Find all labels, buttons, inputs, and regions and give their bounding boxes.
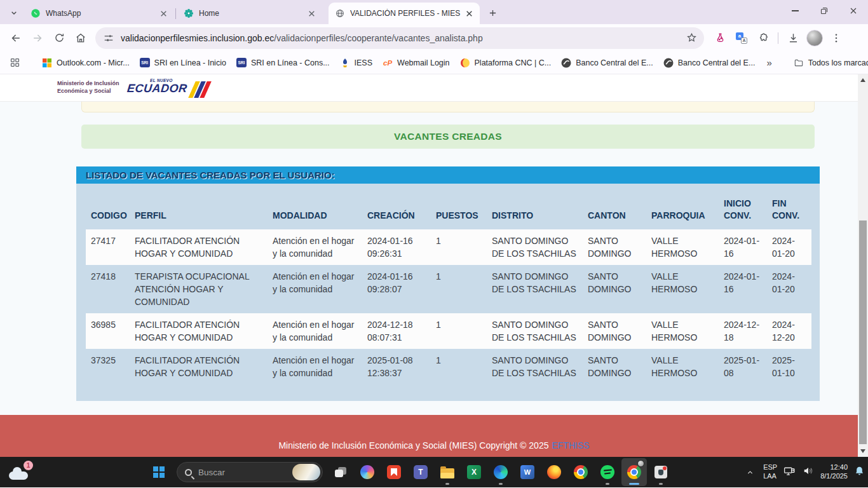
window-restore-button[interactable]	[810, 0, 839, 22]
volume-button[interactable]	[802, 464, 815, 480]
cell-parroquia: VALLE HERMOSO	[651, 313, 724, 349]
pdf-app-icon	[387, 465, 401, 479]
windows-start-icon	[153, 466, 165, 478]
chrome-profile-button-active[interactable]	[621, 458, 647, 486]
windows-taskbar: 1 Buscar T X W	[0, 457, 868, 487]
cell-distrito: SANTO DOMINGO DE LOS TSACHILAS	[492, 265, 588, 313]
efthiss-link[interactable]: EFTHISS	[552, 440, 589, 451]
cell-puestos: 1	[436, 349, 492, 384]
new-tab-button[interactable]	[484, 4, 501, 22]
scrollbar-down-icon[interactable]	[860, 449, 865, 453]
extensions-button[interactable]	[754, 29, 773, 48]
excel-icon: X	[467, 465, 481, 479]
scrollbar-thumb[interactable]	[859, 220, 867, 444]
bookmark-banco-central-1[interactable]: Banco Central del E...	[561, 58, 653, 68]
plus-icon	[487, 8, 498, 18]
network-button[interactable]	[783, 464, 796, 480]
notifications-button[interactable]	[853, 465, 865, 480]
cell-modalidad: Atención en el hogar y la comunidad	[273, 349, 367, 384]
tab-title: Home	[199, 9, 306, 18]
tab-validacion-perfiles[interactable]: VALIDACIÓN PERFILES - MIES	[329, 3, 480, 24]
cell-codigo: 36985	[86, 313, 135, 349]
cloud-icon	[9, 471, 28, 480]
table-row: 27418 TERAPISTA OCUPACIONAL ATENCIÓN HOG…	[86, 265, 811, 313]
cell-perfil: FACILITADOR ATENCIÓN HOGAR Y COMUNIDAD	[135, 349, 273, 384]
cell-creacion: 2025-01-08 12:38:37	[367, 349, 436, 384]
excel-button[interactable]: X	[461, 458, 487, 486]
java-app-icon	[654, 466, 667, 478]
col-header-parroquia: PARROQUIA	[651, 184, 724, 229]
table-row: 36985 FACILITADOR ATENCIÓN HOGAR Y COMUN…	[86, 313, 811, 349]
all-bookmarks-button[interactable]: Todos los marcadores	[794, 58, 868, 68]
col-header-distrito: DISTRITO	[492, 184, 588, 229]
tab-close-icon[interactable]	[306, 8, 317, 19]
cell-parroquia: VALLE HERMOSO	[651, 229, 724, 265]
labs-flask-button[interactable]	[710, 29, 729, 48]
copilot-button[interactable]	[355, 458, 380, 486]
edge-button[interactable]	[488, 458, 513, 486]
url-text[interactable]: validacionperfilesmies.inclusion.gob.ec/…	[121, 33, 686, 43]
tray-overflow-button[interactable]	[742, 463, 757, 482]
scrollbar-up-icon[interactable]	[860, 78, 865, 82]
home-button[interactable]	[70, 27, 92, 49]
bookmark-star-icon[interactable]	[686, 32, 698, 44]
ecuador-logo: EL NUEVO ECUADOR	[127, 78, 208, 98]
tab-close-icon[interactable]	[464, 8, 475, 19]
tab-close-icon[interactable]	[158, 8, 169, 19]
tab-search-button[interactable]	[5, 4, 23, 22]
teams-button[interactable]: T	[408, 458, 433, 486]
bookmark-label: SRI en Línea - Inicio	[154, 58, 226, 67]
cell-parroquia: VALLE HERMOSO	[651, 349, 724, 384]
cnc-icon	[460, 58, 470, 68]
taskbar-search[interactable]: Buscar	[177, 462, 323, 482]
firefox-button[interactable]	[541, 458, 567, 486]
task-view-button[interactable]	[328, 458, 353, 486]
start-button[interactable]	[146, 458, 172, 486]
pdf-app-button[interactable]	[381, 458, 407, 486]
tab-whatsapp[interactable]: WhatsApp	[24, 3, 174, 24]
banco-central-icon	[663, 58, 674, 68]
file-explorer-button[interactable]	[435, 458, 460, 486]
page-scrollbar[interactable]	[858, 74, 868, 457]
bookmark-label: IESS	[355, 58, 373, 67]
footer-copyright-text: Ministerio de Inclusión Económica y Soci…	[278, 440, 548, 451]
translate-button[interactable]: a A	[732, 29, 751, 48]
bookmarks-overflow-button[interactable]: »	[765, 57, 773, 68]
site-info-tune-icon[interactable]	[103, 32, 114, 44]
notification-count-badge: 1	[24, 461, 33, 470]
bookmark-plataforma-cnc[interactable]: Plataforma CNC | C...	[460, 58, 552, 68]
clock[interactable]: 12:40 8/1/2025	[820, 463, 848, 481]
profile-button[interactable]	[805, 29, 824, 48]
col-header-codigo: CODIGO	[86, 184, 135, 229]
language-indicator[interactable]: ESP LAA	[763, 463, 777, 481]
bookmark-banco-central-2[interactable]: Banco Central del E...	[663, 58, 756, 68]
globe-icon	[335, 8, 345, 18]
reload-button[interactable]	[48, 27, 70, 49]
chrome-menu-button[interactable]	[827, 29, 846, 48]
bookmark-sri-consultas[interactable]: SRI SRI en Línea - Cons...	[236, 58, 330, 67]
back-icon	[10, 32, 22, 44]
folder-icon	[794, 58, 804, 68]
tab-home[interactable]: Home	[177, 3, 322, 24]
apps-grid-icon	[10, 57, 20, 68]
forward-button[interactable]	[27, 27, 48, 49]
bookmark-sri-inicio[interactable]: SRI SRI en Línea - Inicio	[140, 58, 226, 67]
cell-creacion: 2024-01-16 09:28:07	[367, 265, 436, 313]
bookmark-iess[interactable]: IESS	[340, 58, 373, 68]
bookmark-outlook[interactable]: Outlook.com - Micr...	[42, 58, 130, 68]
bookmark-webmail[interactable]: cP Webmail Login	[383, 58, 449, 68]
word-button[interactable]: W	[515, 458, 540, 486]
java-app-button[interactable]	[648, 458, 674, 486]
chrome-icon	[627, 465, 641, 479]
downloads-button[interactable]	[783, 29, 803, 48]
cell-puestos: 1	[436, 229, 492, 265]
address-bar[interactable]: validacionperfilesmies.inclusion.gob.ec/…	[95, 27, 704, 49]
widgets-weather-button[interactable]: 1	[9, 463, 32, 481]
back-button[interactable]	[5, 27, 27, 49]
window-minimize-button[interactable]	[780, 0, 810, 22]
chrome-button[interactable]	[568, 458, 593, 486]
window-close-button[interactable]	[839, 0, 868, 22]
cell-perfil: FACILITADOR ATENCIÓN HOGAR Y COMUNIDAD	[135, 313, 273, 349]
spotify-button[interactable]	[595, 458, 620, 486]
apps-shortcut-button[interactable]	[8, 53, 22, 72]
